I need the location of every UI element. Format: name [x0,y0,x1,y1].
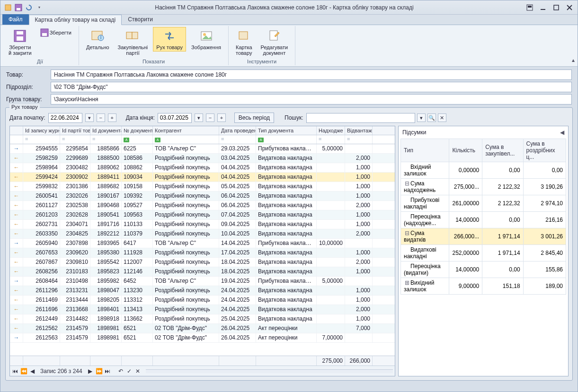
tab-card[interactable]: Картка обліку товару на складі [29,15,122,25]
grid-header[interactable]: Id запису журналу о...Id партії товаруId… [10,126,395,135]
svg-rect-0 [5,5,11,10]
summary-row[interactable]: Переоцінка (видатки)14,000000,00155,86 [401,261,566,278]
division-field[interactable]: \02 ТОВ "Дрім-Фудс" [51,82,572,92]
table-row[interactable]: ←260335023048251892212110379Роздрібний п… [10,229,395,239]
tab-file[interactable]: Файл [2,14,29,25]
search-input[interactable] [306,113,415,123]
image-button[interactable]: Зображення [188,27,224,52]
window-title: Насіння ТМ Справжня Полтавська Лакомка с… [44,4,525,11]
summary-table[interactable]: ТипКількістьСума в закупівел...Сума в ро… [400,139,566,295]
dend-plus-icon[interactable]: + [217,113,226,122]
nav-prevpage-icon[interactable]: ⏪ [20,368,27,375]
table-row[interactable]: ←260786723098101895542112007Роздрібний п… [10,258,395,267]
summary-row[interactable]: Видаткові накладні252,000001 971,142 845… [401,245,566,261]
svg-point-20 [203,33,206,36]
purchase-batches-button[interactable]: Закупівельні партії [115,27,151,57]
nav-nextpage-icon[interactable]: ⏩ [96,368,102,375]
nav-undo-icon[interactable]: ↶ [117,368,124,375]
ribbon: Зберегти й закрити Зберегти Дії i Деталь… [0,25,578,67]
summary-row[interactable]: Прибуткові накладні261,000002 122,322 97… [401,195,566,212]
summary-row[interactable]: Переоцінка (надходже...14,000000,00216,1… [401,212,566,228]
card-button[interactable]: Картка товару [232,27,256,57]
summary-row[interactable]: Вхідний залишок0,000000,000,00 [401,162,566,179]
group-actions-label: Дії [5,58,75,64]
save-close-button[interactable]: Зберегти й закрити [5,27,35,57]
tab-create[interactable]: Створити [122,14,159,25]
nav-last-icon[interactable]: ⏭ [104,368,111,375]
group-field[interactable]: \Закуски\Насіння [51,94,572,105]
nav-next-icon[interactable]: ▶ [87,368,94,375]
table-row[interactable]: ←261244923144821898918113662Роздрібний п… [10,314,395,324]
summary-row[interactable]: ⊞Вихідний залишок9,00000151,18189,00 [401,278,566,295]
table-row[interactable]: ←259983223013861889682109158Роздрібний п… [10,182,395,192]
dstart-dropdown-icon[interactable]: ▾ [85,113,94,122]
table-row[interactable]: →2594555229585418858666225ТОВ "Альтер С"… [10,144,395,154]
table-row[interactable]: ←260825623101831895823112146Роздрібний п… [10,267,395,277]
table-row[interactable]: ←260120323026281890541109563Роздрібний п… [10,210,395,220]
movement-fieldset: Рух товару Дата початку: ▾ − + Дата кінц… [5,107,573,381]
maximize-icon[interactable] [551,2,561,13]
table-row[interactable]: →261256323145791898981652102 ТОВ "Дрім-Ф… [10,333,395,343]
dend-input[interactable] [158,113,192,123]
close-icon[interactable] [564,2,575,13]
product-field[interactable]: Насіння ТМ Справжня Полтавська Лакомка с… [51,70,572,80]
group-show-label: Показати [83,58,224,64]
table-row[interactable]: ←261129623132311898047113230Роздрібний п… [10,286,395,296]
search-label: Пошук: [285,114,303,121]
grid-body[interactable]: →2594555229585418858666225ТОВ "Альтер С"… [10,144,395,356]
nav-check-icon[interactable]: ✓ [126,368,133,375]
search-go-icon[interactable]: 🔍 [427,113,436,122]
table-row[interactable]: →2605940230789818939656417ТОВ "Альтер С"… [10,239,395,248]
whole-period-button[interactable]: Весь період [234,113,274,123]
summary-collapse-icon[interactable]: ◀ [560,129,564,136]
header-form: Товар: Насіння ТМ Справжня Полтавська Ла… [0,67,578,105]
dock-icon[interactable] [525,2,535,13]
dend-dropdown-icon[interactable]: ▾ [195,113,203,122]
table-row[interactable]: →2608464231049818959826452ТОВ "Альтер С"… [10,277,395,286]
table-row[interactable]: ←260273123040711891716110133Роздрібний п… [10,220,395,229]
svg-rect-6 [554,5,559,10]
dstart-plus-icon[interactable]: + [108,113,116,122]
grid-filter-row[interactable]: ===AA=A== [10,135,395,144]
dend-minus-icon[interactable]: − [206,113,214,122]
table-row[interactable]: ←259942423009021889411109034Роздрібний п… [10,173,395,182]
group-tools-label: Інструменти [232,58,291,64]
qat-save-icon[interactable] [14,3,23,12]
search-dropdown-icon[interactable]: ▾ [417,113,426,122]
edit-doc-button[interactable]: Редагувати документ [258,27,292,57]
search-clear-icon[interactable]: ✕ [438,113,446,122]
qat-refresh-icon[interactable] [24,3,34,12]
nav-cancel-icon[interactable]: ✕ [134,368,141,375]
qat-dropdown-icon[interactable]: ▾ [35,3,44,12]
table-row[interactable]: ←260054123020261890167109392Роздрібний п… [10,192,395,201]
qat-new-icon[interactable] [3,3,13,12]
detailed-button[interactable]: i Детально [83,27,113,52]
summary-row[interactable]: ⊟Сума надходжень275,000...2 122,323 190,… [401,179,566,195]
save-button[interactable]: Зберегти [37,27,75,38]
summary-title: Підсумки [402,129,426,136]
fieldset-legend: Рух товару [9,104,40,110]
filter-row: Дата початку: ▾ − + Дата кінця: ▾ − + Ве… [9,112,569,126]
nav-first-icon[interactable]: ⏮ [12,368,18,375]
svg-rect-18 [132,32,138,39]
dend-label: Дата кінця: [126,114,155,121]
table-row[interactable]: ←261169623136681898401113413Роздрібний п… [10,305,395,314]
table-row[interactable]: ←260112723025381890468109527Роздрібний п… [10,201,395,210]
movement-button[interactable]: Рух товару [153,27,186,52]
table-row[interactable]: ←261146923134441898205113312Роздрібний п… [10,296,395,305]
svg-rect-2 [17,8,20,10]
summary-row[interactable]: ⊟Сума видатків266,000...1 971,143 001,26 [401,228,566,245]
minimize-icon[interactable] [538,2,548,13]
nav-prev-icon[interactable]: ◀ [29,368,36,375]
product-label: Товар: [6,70,48,80]
dstart-input[interactable] [48,113,82,123]
table-row[interactable]: ←261256223145791898981652102 ТОВ "Дрім-Ф… [10,324,395,333]
table-row[interactable]: ←259896423004821889062108862Роздрібний п… [10,163,395,173]
table-row[interactable]: ←260765323096201895380111928Роздрібний п… [10,248,395,258]
division-label: Підрозділ: [6,82,48,92]
ribbon-collapse-icon[interactable]: ▴ [572,57,575,63]
grid-footer: 275,000266,000 [10,356,395,366]
table-row[interactable]: ←259825922996891888500108586Роздрібний п… [10,154,395,163]
nav-record-label: Запис 206 з 244 [37,368,85,375]
dstart-minus-icon[interactable]: − [97,113,105,122]
